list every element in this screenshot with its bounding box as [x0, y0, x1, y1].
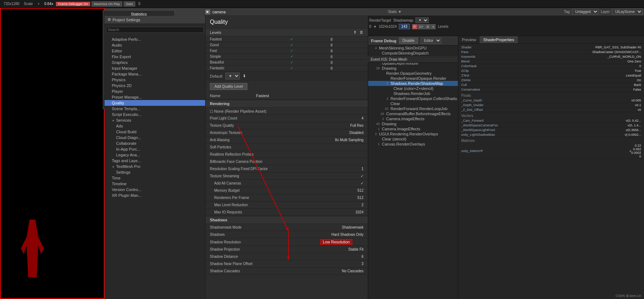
project-settings-panel: ⚙ Project Settings Adaptive Perfo... Aud…: [105, 16, 206, 299]
channel-b-button[interactable]: B: [425, 24, 430, 29]
settings-item-legacy[interactable]: Legacy Ana...: [105, 152, 205, 158]
settings-item-physics[interactable]: Physics: [105, 77, 205, 83]
tab-shader-properties[interactable]: ShaderProperties: [480, 36, 518, 43]
float-curve-depth-row: _Curve_Depth v 0.005: [461, 98, 641, 103]
settings-item-quality[interactable]: Quality: [105, 100, 205, 106]
tag-select[interactable]: Untagged: [572, 9, 599, 15]
frame-debugger-button[interactable]: Frame Debugger On: [56, 2, 90, 6]
shader-properties-panel: Preview ShaderProperties Shader PBR_GAT_…: [458, 36, 644, 299]
shadow-cascades-row: Shadow Cascades No Cascades: [206, 268, 368, 275]
level-row-good[interactable]: Good ✓ 🗑: [206, 42, 368, 48]
fd-num-canvas: 1: [372, 142, 380, 146]
memory-budget-row: Memory Budget 512: [206, 187, 368, 194]
level-row-simple[interactable]: Simple ✓ 🗑: [206, 54, 368, 60]
pixel-light-count-label: Pixel Light Count: [210, 116, 320, 120]
settings-item-clouddiag[interactable]: Cloud Diagn...: [105, 135, 205, 140]
gear-icon: ⚙: [107, 17, 111, 22]
max-io-requests-label: Max IO Requests: [214, 210, 320, 214]
frame-debug-disable-button[interactable]: Disable: [399, 38, 418, 44]
shader-value: PBR_GAT_SSS, SubShader #0: [595, 46, 641, 49]
rt-rt-select[interactable]: ▼: [415, 17, 429, 23]
settings-item-package[interactable]: Package Mana...: [105, 71, 205, 77]
color-mask-row: ColorMask 0: [461, 64, 641, 69]
tag-label: Tag: [564, 10, 570, 14]
settings-search-input[interactable]: [106, 27, 204, 33]
level-row-beautiful[interactable]: Beautiful ✓ 🗑: [206, 60, 368, 65]
add-quality-level-button[interactable]: Add Quality Level: [210, 83, 247, 90]
settings-item-timeline[interactable]: Timeline: [105, 181, 205, 187]
settings-item-adaptive[interactable]: Adaptive Perfo...: [105, 36, 205, 42]
settings-item-settings[interactable]: Settings: [105, 169, 205, 175]
settings-item-collaborate[interactable]: Collaborate: [105, 140, 205, 146]
max-io-requests-row: Max IO Requests 1024: [206, 209, 368, 216]
shadow-cascades-label: Shadow Cascades: [210, 269, 320, 273]
mat-vp-num: 0.220.0620.00020: [631, 144, 641, 158]
watermark: CSDN @Jave.Lin: [616, 294, 641, 298]
level-row-fast[interactable]: Fast ✓ 🗑: [206, 48, 368, 54]
fd-num-imageeffects2: 1: [372, 127, 380, 131]
settings-item-time[interactable]: Time: [105, 175, 205, 181]
billboards-label: Billboards Face Camera Position: [210, 160, 320, 164]
settings-item-audio[interactable]: Audio: [105, 42, 205, 48]
rt-event-number: 143: [399, 24, 410, 29]
zclip-row: ZClip True: [461, 69, 641, 73]
channel-r-button[interactable]: R: [412, 24, 418, 29]
settings-item-fbx[interactable]: Fbx Export: [105, 54, 205, 60]
s-button[interactable]: S: [137, 2, 142, 6]
anti-aliasing-label: Anti Aliasing: [210, 138, 320, 142]
texture-quality-value: Full Res: [320, 124, 363, 127]
max-level-reduction-row: Max Level Reduction 2: [206, 202, 368, 209]
settings-item-ads[interactable]: Ads: [105, 123, 205, 129]
anti-aliasing-row: Anti Aliasing 8x Multi Sampling: [206, 136, 368, 144]
maximize-on-play-button[interactable]: Maximize On Play: [92, 1, 122, 6]
settings-item-script[interactable]: Script Executio...: [105, 112, 205, 117]
settings-item-xr[interactable]: XR Plugin Man...: [105, 192, 205, 198]
fd-num-drawing1: 18: [372, 66, 380, 70]
levels-label: Levels: [438, 25, 448, 29]
cull-label: Cull: [461, 83, 634, 87]
render-pipeline-row: ☐ None (Render Pipeline Asset): [206, 108, 368, 115]
settings-item-physics2d[interactable]: Physics 2D: [105, 83, 205, 88]
texture-streaming-label: Texture Streaming: [210, 174, 320, 178]
conservative-row: Conservative False: [461, 87, 641, 92]
channel-g-button[interactable]: G+: [418, 24, 425, 29]
settings-item-preset[interactable]: Preset Manage...: [105, 94, 205, 100]
settings-item-version[interactable]: Version Contro...: [105, 187, 205, 192]
quality-panel: Quality Levels ⬆ 🗑 Fastest ✓ 🗑 Good ✓ 🗑 …: [206, 16, 368, 299]
default-select[interactable]: ▼: [225, 73, 240, 79]
float-depth-divider-row: _Depth_Divider v 0.1: [461, 103, 641, 108]
settings-tree: Adaptive Perfo... Audio Editor Fbx Expor…: [105, 36, 205, 199]
level-row-fastest[interactable]: Fastest ✓ 🗑: [206, 36, 368, 42]
vec-cam-forward-name: _Cam_Forward: [461, 119, 626, 122]
settings-item-input[interactable]: Input Manager: [105, 65, 205, 71]
level-row-fantastic[interactable]: Fantastic ✓ 🗑: [206, 65, 368, 71]
settings-item-services[interactable]: ▼Services: [105, 117, 205, 123]
settings-item-editor[interactable]: Editor: [105, 48, 205, 54]
frame-debug-editor-select[interactable]: Editor: [421, 38, 441, 44]
layer-select[interactable]: UILayScene: [612, 9, 643, 15]
top-bar: 720x1280 Scale ⚬ 0.64x Frame Debugger On…: [0, 0, 644, 8]
soft-particles-row: Soft Particles: [206, 144, 368, 151]
stats-button[interactable]: Stats: [124, 1, 136, 6]
channel-a-button[interactable]: A: [431, 24, 436, 29]
character-silhouette: [18, 220, 47, 277]
pass-row: Pass ShadowCaster (SHADOWCAST...: [461, 50, 641, 55]
vec-worldlight-row: _WorldSpaceLightPos0 v (0.3656...: [461, 128, 641, 133]
delete-icon: 🗑: [360, 30, 363, 35]
settings-item-textmesh[interactable]: ▼TextMesh Pro: [105, 164, 205, 169]
conservative-label: Conservative: [461, 88, 633, 91]
tab-preview[interactable]: Preview: [458, 36, 480, 43]
settings-item-player[interactable]: Player: [105, 88, 205, 94]
settings-item-graphics[interactable]: Graphics: [105, 60, 205, 65]
shadow-near-plane-row: Shadow Near Plane Offset 3: [206, 260, 368, 268]
shader-details: Shader PBR_GAT_SSS, SubShader #0 Pass Sh…: [458, 44, 644, 160]
soft-particles-label: Soft Particles: [210, 145, 320, 149]
settings-item-cloudbuild[interactable]: Cloud Build: [105, 129, 205, 135]
conservative-value: False: [633, 88, 641, 91]
settings-item-scene[interactable]: Scene Templa...: [105, 106, 205, 112]
resolution-scaling-label: Resolution Scaling Fixed DPI Factor: [210, 167, 320, 171]
pixel-light-count-row: Pixel Light Count 4: [206, 115, 368, 122]
settings-item-inapp[interactable]: In-App Purc...: [105, 146, 205, 152]
ps-title-bar: ⚙ Project Settings: [105, 16, 205, 24]
settings-item-tags[interactable]: Tags and Laye...: [105, 158, 205, 164]
